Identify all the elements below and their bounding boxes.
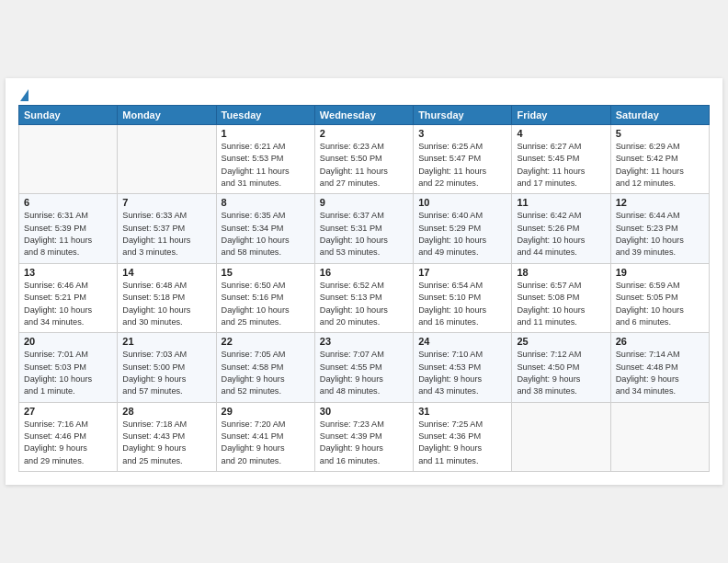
calendar-cell: 13Sunrise: 6:46 AM Sunset: 5:21 PM Dayli… — [19, 263, 118, 332]
calendar-table: SundayMondayTuesdayWednesdayThursdayFrid… — [18, 105, 710, 472]
day-info: Sunrise: 6:33 AM Sunset: 5:37 PM Dayligh… — [122, 210, 210, 259]
day-number: 16 — [320, 267, 408, 278]
weekday-header-monday: Monday — [118, 106, 216, 125]
calendar-cell: 7Sunrise: 6:33 AM Sunset: 5:37 PM Daylig… — [118, 194, 216, 263]
day-number: 8 — [222, 197, 310, 208]
day-info: Sunrise: 7:12 AM Sunset: 4:50 PM Dayligh… — [517, 349, 605, 397]
day-info: Sunrise: 7:20 AM Sunset: 4:41 PM Dayligh… — [222, 419, 310, 467]
calendar-cell: 12Sunrise: 6:44 AM Sunset: 5:23 PM Dayli… — [610, 194, 709, 263]
day-info: Sunrise: 7:07 AM Sunset: 4:55 PM Dayligh… — [320, 349, 408, 397]
week-row-0: 1Sunrise: 6:21 AM Sunset: 5:53 PM Daylig… — [19, 125, 710, 194]
day-info: Sunrise: 6:35 AM Sunset: 5:34 PM Dayligh… — [222, 210, 310, 259]
calendar-cell — [610, 402, 709, 471]
calendar-cell — [118, 125, 216, 194]
day-info: Sunrise: 7:03 AM Sunset: 5:00 PM Dayligh… — [122, 349, 210, 397]
header-row — [18, 89, 710, 99]
calendar-cell: 5Sunrise: 6:29 AM Sunset: 5:42 PM Daylig… — [610, 125, 709, 194]
day-info: Sunrise: 7:10 AM Sunset: 4:53 PM Dayligh… — [418, 349, 506, 397]
logo — [18, 89, 28, 99]
day-info: Sunrise: 7:16 AM Sunset: 4:46 PM Dayligh… — [24, 419, 112, 467]
day-info: Sunrise: 6:42 AM Sunset: 5:26 PM Dayligh… — [517, 210, 605, 259]
calendar-cell: 14Sunrise: 6:48 AM Sunset: 5:18 PM Dayli… — [118, 263, 216, 332]
day-info: Sunrise: 6:59 AM Sunset: 5:05 PM Dayligh… — [616, 280, 704, 328]
day-number: 3 — [418, 128, 506, 139]
day-number: 5 — [616, 128, 704, 139]
day-info: Sunrise: 6:57 AM Sunset: 5:08 PM Dayligh… — [517, 280, 605, 328]
calendar-cell: 11Sunrise: 6:42 AM Sunset: 5:26 PM Dayli… — [512, 194, 610, 263]
day-info: Sunrise: 6:44 AM Sunset: 5:23 PM Dayligh… — [616, 210, 704, 259]
day-number: 10 — [418, 197, 506, 208]
calendar-cell: 15Sunrise: 6:50 AM Sunset: 5:16 PM Dayli… — [216, 263, 314, 332]
calendar-cell: 19Sunrise: 6:59 AM Sunset: 5:05 PM Dayli… — [610, 263, 709, 332]
day-number: 17 — [418, 267, 506, 278]
day-number: 1 — [222, 128, 310, 139]
day-number: 9 — [320, 197, 408, 208]
weekday-header-sunday: Sunday — [19, 106, 118, 125]
day-info: Sunrise: 6:40 AM Sunset: 5:29 PM Dayligh… — [418, 210, 506, 259]
calendar-cell: 8Sunrise: 6:35 AM Sunset: 5:34 PM Daylig… — [216, 194, 314, 263]
calendar-cell: 31Sunrise: 7:25 AM Sunset: 4:36 PM Dayli… — [414, 402, 512, 471]
calendar-cell: 17Sunrise: 6:54 AM Sunset: 5:10 PM Dayli… — [414, 263, 512, 332]
logo-triangle-icon — [20, 89, 28, 101]
calendar-cell: 2Sunrise: 6:23 AM Sunset: 5:50 PM Daylig… — [314, 125, 413, 194]
day-info: Sunrise: 6:25 AM Sunset: 5:47 PM Dayligh… — [418, 141, 506, 190]
weekday-header-saturday: Saturday — [610, 106, 709, 125]
calendar-cell: 28Sunrise: 7:18 AM Sunset: 4:43 PM Dayli… — [118, 402, 216, 471]
day-number: 18 — [517, 267, 605, 278]
weekday-header-tuesday: Tuesday — [216, 106, 314, 125]
day-info: Sunrise: 6:50 AM Sunset: 5:16 PM Dayligh… — [222, 280, 310, 328]
calendar-cell: 26Sunrise: 7:14 AM Sunset: 4:48 PM Dayli… — [610, 333, 709, 402]
day-info: Sunrise: 7:23 AM Sunset: 4:39 PM Dayligh… — [320, 419, 408, 467]
weekday-header-friday: Friday — [512, 106, 610, 125]
day-info: Sunrise: 6:27 AM Sunset: 5:45 PM Dayligh… — [517, 141, 605, 190]
day-info: Sunrise: 6:29 AM Sunset: 5:42 PM Dayligh… — [616, 141, 704, 190]
day-number: 4 — [517, 128, 605, 139]
week-row-4: 27Sunrise: 7:16 AM Sunset: 4:46 PM Dayli… — [19, 402, 710, 471]
day-number: 31 — [418, 406, 506, 417]
calendar-cell: 18Sunrise: 6:57 AM Sunset: 5:08 PM Dayli… — [512, 263, 610, 332]
weekday-header-thursday: Thursday — [414, 106, 512, 125]
week-row-2: 13Sunrise: 6:46 AM Sunset: 5:21 PM Dayli… — [19, 263, 710, 332]
calendar-cell: 9Sunrise: 6:37 AM Sunset: 5:31 PM Daylig… — [314, 194, 413, 263]
day-info: Sunrise: 7:18 AM Sunset: 4:43 PM Dayligh… — [122, 419, 210, 467]
calendar-cell: 4Sunrise: 6:27 AM Sunset: 5:45 PM Daylig… — [512, 125, 610, 194]
day-number: 28 — [122, 406, 210, 417]
calendar-cell: 20Sunrise: 7:01 AM Sunset: 5:03 PM Dayli… — [19, 333, 118, 402]
calendar-container: SundayMondayTuesdayWednesdayThursdayFrid… — [6, 78, 722, 485]
day-number: 15 — [222, 267, 310, 278]
calendar-cell: 22Sunrise: 7:05 AM Sunset: 4:58 PM Dayli… — [216, 333, 314, 402]
day-number: 2 — [320, 128, 408, 139]
calendar-cell: 1Sunrise: 6:21 AM Sunset: 5:53 PM Daylig… — [216, 125, 314, 194]
weekday-header-row: SundayMondayTuesdayWednesdayThursdayFrid… — [19, 106, 710, 125]
day-info: Sunrise: 6:48 AM Sunset: 5:18 PM Dayligh… — [122, 280, 210, 328]
day-number: 25 — [517, 336, 605, 347]
calendar-cell: 10Sunrise: 6:40 AM Sunset: 5:29 PM Dayli… — [414, 194, 512, 263]
calendar-cell — [19, 125, 118, 194]
day-number: 21 — [122, 336, 210, 347]
calendar-cell: 21Sunrise: 7:03 AM Sunset: 5:00 PM Dayli… — [118, 333, 216, 402]
calendar-cell: 23Sunrise: 7:07 AM Sunset: 4:55 PM Dayli… — [314, 333, 413, 402]
day-number: 13 — [24, 267, 112, 278]
calendar-cell: 25Sunrise: 7:12 AM Sunset: 4:50 PM Dayli… — [512, 333, 610, 402]
day-number: 22 — [222, 336, 310, 347]
calendar-cell: 3Sunrise: 6:25 AM Sunset: 5:47 PM Daylig… — [414, 125, 512, 194]
day-number: 20 — [24, 336, 112, 347]
day-info: Sunrise: 6:21 AM Sunset: 5:53 PM Dayligh… — [222, 141, 310, 190]
day-number: 27 — [24, 406, 112, 417]
day-info: Sunrise: 7:25 AM Sunset: 4:36 PM Dayligh… — [418, 419, 506, 467]
day-number: 11 — [517, 197, 605, 208]
day-info: Sunrise: 6:37 AM Sunset: 5:31 PM Dayligh… — [320, 210, 408, 259]
day-number: 6 — [24, 197, 112, 208]
day-number: 26 — [616, 336, 704, 347]
day-info: Sunrise: 7:01 AM Sunset: 5:03 PM Dayligh… — [24, 349, 112, 397]
day-number: 29 — [222, 406, 310, 417]
calendar-cell — [512, 402, 610, 471]
day-info: Sunrise: 6:54 AM Sunset: 5:10 PM Dayligh… — [418, 280, 506, 328]
weekday-header-wednesday: Wednesday — [314, 106, 413, 125]
day-number: 14 — [122, 267, 210, 278]
day-number: 23 — [320, 336, 408, 347]
day-info: Sunrise: 6:23 AM Sunset: 5:50 PM Dayligh… — [320, 141, 408, 190]
calendar-cell: 27Sunrise: 7:16 AM Sunset: 4:46 PM Dayli… — [19, 402, 118, 471]
day-info: Sunrise: 7:05 AM Sunset: 4:58 PM Dayligh… — [222, 349, 310, 397]
week-row-3: 20Sunrise: 7:01 AM Sunset: 5:03 PM Dayli… — [19, 333, 710, 402]
